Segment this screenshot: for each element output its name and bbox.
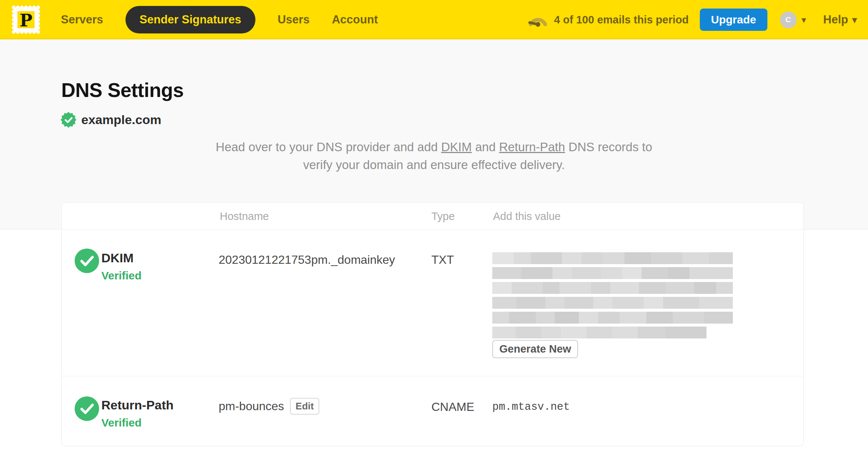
status-badge: Verified (101, 269, 141, 282)
page-title: DNS Settings (61, 79, 184, 101)
account-menu[interactable]: C ▾ (780, 12, 806, 28)
record-type: CNAME (431, 400, 474, 414)
hostname-text: pm-bounces (219, 399, 284, 413)
generate-new-button[interactable]: Generate New (492, 340, 578, 358)
record-type: TXT (431, 253, 454, 267)
redacted-line (492, 267, 733, 279)
usage-text: 4 of 100 emails this period (554, 14, 689, 26)
return-path-link[interactable]: Return-Path (499, 140, 565, 154)
chevron-down-icon: ▾ (852, 15, 857, 25)
redacted-line (492, 312, 733, 324)
dkim-link[interactable]: DKIM (441, 140, 472, 154)
gauge-icon (528, 12, 548, 27)
nav-item-servers[interactable]: Servers (61, 13, 103, 26)
nav-right-group: 4 of 100 emails this period Upgrade C ▾ … (528, 9, 857, 31)
help-label: Help (823, 13, 848, 26)
usage-meter: 4 of 100 emails this period (528, 12, 689, 27)
chevron-down-icon: ▾ (802, 15, 806, 25)
record-name: Return-Path (101, 398, 174, 412)
postmark-logo[interactable]: P (11, 5, 41, 35)
column-header-value: Add this value (493, 210, 561, 222)
record-hostname: pm-bounces Edit (219, 398, 319, 415)
column-header-hostname: Hostname (220, 210, 269, 222)
description-text: and (472, 140, 499, 154)
hostname-text: 20230121221753pm._domainkey (219, 253, 395, 267)
upgrade-button[interactable]: Upgrade (700, 9, 767, 31)
redacted-line (492, 327, 707, 338)
table-row-dkim: DKIM Verified 20230121221753pm._domainke… (62, 230, 803, 376)
record-hostname: 20230121221753pm._domainkey (219, 253, 395, 267)
domain-name: example.com (81, 113, 161, 127)
top-nav: P Servers Sender Signatures Users Accoun… (0, 0, 868, 39)
logo-letter: P (20, 10, 33, 30)
avatar[interactable]: C (780, 12, 797, 28)
redacted-dns-value (492, 252, 733, 341)
edit-button[interactable]: Edit (290, 398, 319, 415)
redacted-line (492, 297, 733, 309)
record-name: DKIM (101, 251, 134, 265)
table-header: Hostname Type Add this value (62, 202, 803, 230)
check-circle-icon (75, 249, 99, 273)
status-badge: Verified (101, 416, 141, 429)
description-text: DNS records to (565, 140, 652, 154)
page-description: Head over to your DNS provider and add D… (0, 138, 868, 174)
column-header-type: Type (431, 210, 455, 222)
check-circle-icon (75, 396, 99, 421)
nav-item-account[interactable]: Account (332, 13, 378, 26)
record-value: pm.mtasv.net (492, 401, 570, 413)
redacted-line (492, 282, 733, 294)
table-row-return-path: Return-Path Verified pm-bounces Edit CNA… (62, 376, 803, 447)
help-menu[interactable]: Help ▾ (823, 13, 857, 26)
description-line-2: verify your domain and ensure effective … (0, 156, 868, 174)
nav-item-users[interactable]: Users (278, 13, 310, 26)
domain-row: example.com (61, 112, 161, 128)
redacted-line (492, 252, 733, 264)
dns-records-card: Hostname Type Add this value DKIM Verifi… (61, 202, 804, 446)
description-line-1: Head over to your DNS provider and add D… (0, 138, 868, 156)
verified-seal-icon (61, 112, 76, 128)
primary-nav: Servers Sender Signatures Users Account (61, 6, 378, 33)
nav-item-sender-signatures[interactable]: Sender Signatures (125, 6, 255, 33)
description-text: Head over to your DNS provider and add (216, 140, 441, 154)
